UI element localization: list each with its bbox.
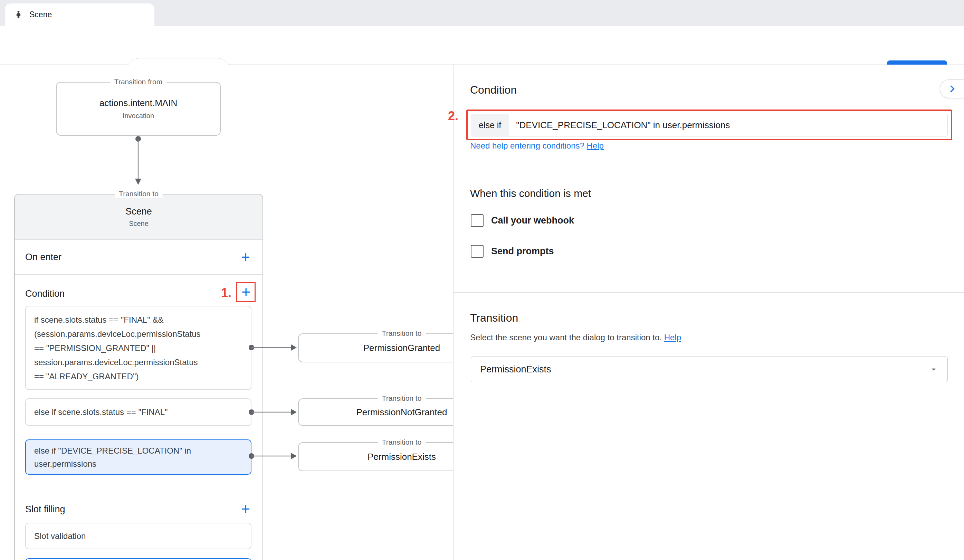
flow-canvas: Transition from actions.intent.MAIN Invo…	[0, 65, 453, 560]
divider	[454, 292, 964, 293]
condition-detail-panel: Condition 2. else if "DEVICE_PRECISE_LOC…	[453, 65, 964, 560]
caret-down-icon	[929, 365, 938, 374]
node-tag: Transition to	[378, 438, 426, 446]
collapse-panel-button[interactable]	[940, 80, 964, 98]
node-tag: Transition from	[110, 78, 166, 86]
actions-console-scene-editor: Scene Scene English Cancel	[0, 0, 964, 560]
condition-item-3-selected[interactable]: else if "DEVICE_PRECISE_LOCATION" in use…	[25, 440, 251, 475]
condition-item-2[interactable]: else if scene.slots.status == "FINAL"	[25, 398, 251, 426]
condition-help-link[interactable]: Help	[587, 141, 604, 150]
divider	[15, 274, 262, 275]
divider	[15, 496, 262, 496]
flow-node-permission-exists[interactable]: Transition to PermissionExists	[298, 442, 453, 471]
transition-scene-select[interactable]: PermissionExists	[471, 357, 948, 382]
condition-section-label: Condition	[25, 288, 65, 299]
header: Scene English Cancel Save	[0, 26, 964, 65]
condition-help-line: Need help entering conditions? Help	[470, 141, 604, 151]
panel-condition-heading: Condition	[470, 84, 517, 96]
when-condition-heading: When this condition is met	[470, 187, 591, 199]
transition-scene-value: PermissionExists	[480, 364, 551, 375]
condition-expression-input[interactable]: "DEVICE_PRECISE_LOCATION" in user.permis…	[509, 114, 948, 136]
invocation-icon	[14, 10, 23, 20]
add-on-enter-button[interactable]: +	[237, 249, 254, 265]
scene-card-subtitle: Scene	[129, 220, 148, 228]
slot-filling-label: Slot filling	[25, 504, 65, 515]
transition-description-text: Select the scene you want the dialog to …	[470, 333, 662, 342]
flow-node-permission-granted[interactable]: Transition to PermissionGranted	[298, 334, 453, 362]
add-slot-button[interactable]: +	[237, 501, 254, 517]
tab-label: Scene	[29, 10, 52, 20]
scene-card-header[interactable]: Scene Scene	[15, 194, 262, 240]
annotation-box-add-condition: +	[236, 282, 256, 302]
else-if-chip: else if	[471, 114, 509, 136]
transition-heading: Transition	[470, 312, 518, 324]
selected-section-partial[interactable]	[25, 558, 251, 560]
transition-description: Select the scene you want the dialog to …	[470, 333, 681, 342]
call-webhook-checkbox[interactable]	[471, 214, 484, 227]
node-subtitle: Invocation	[123, 112, 154, 120]
on-enter-row: On enter	[15, 240, 262, 274]
condition-item-1[interactable]: if scene.slots.status == "FINAL" && (ses…	[25, 306, 251, 390]
condition-help-text: Need help entering conditions?	[470, 141, 585, 150]
flow-node-invocation[interactable]: Transition from actions.intent.MAIN Invo…	[56, 82, 221, 136]
prompts-option-row: Send prompts	[471, 245, 554, 258]
node-title: actions.intent.MAIN	[99, 98, 177, 109]
add-condition-button[interactable]: +	[238, 283, 254, 300]
tab-scene[interactable]: Scene	[5, 3, 155, 26]
node-title: PermissionGranted	[363, 343, 440, 353]
chevron-right-icon	[947, 84, 957, 94]
annotation-step-2: 2.	[448, 109, 458, 123]
node-tag: Transition to	[378, 394, 426, 402]
call-webhook-label: Call your webhook	[491, 215, 574, 226]
annotation-step-1: 1.	[221, 286, 231, 300]
send-prompts-label: Send prompts	[491, 246, 554, 257]
node-title: PermissionNotGranted	[357, 407, 447, 418]
webhook-option-row: Call your webhook	[471, 214, 574, 227]
transition-help-link[interactable]: Help	[664, 333, 681, 342]
send-prompts-checkbox[interactable]	[471, 245, 484, 258]
condition-editor: else if "DEVICE_PRECISE_LOCATION" in use…	[471, 114, 948, 137]
slot-validation-item[interactable]: Slot validation	[25, 523, 251, 549]
node-tag: Transition to	[378, 329, 426, 337]
node-title: PermissionExists	[368, 451, 436, 462]
flow-node-permission-not-granted[interactable]: Transition to PermissionNotGranted	[298, 398, 453, 426]
divider	[454, 165, 964, 165]
tab-bar: Scene	[0, 0, 964, 26]
on-enter-label: On enter	[25, 252, 62, 262]
node-tag: Transition to	[115, 190, 163, 198]
scene-card-title: Scene	[125, 206, 152, 217]
